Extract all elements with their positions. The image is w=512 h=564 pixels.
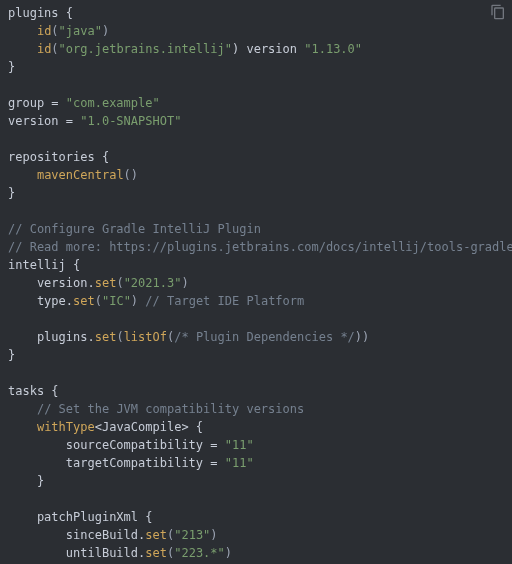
code-token: withType [37, 420, 95, 434]
code-token: id [37, 24, 51, 38]
code-token: set [95, 276, 117, 290]
code-token: "java" [59, 24, 102, 38]
code-token: "213" [174, 528, 210, 542]
code-token [8, 42, 37, 56]
code-token: } [8, 186, 15, 200]
code-token: set [95, 330, 117, 344]
code-token: set [73, 294, 95, 308]
code-token: // Set the JVM compatibility versions [37, 402, 304, 416]
code-token: ( [116, 330, 123, 344]
code-token [8, 402, 37, 416]
code-token: id [37, 42, 51, 56]
code-token: "com.example" [66, 96, 160, 110]
code-token: sourceCompatibility = [8, 438, 225, 452]
code-token: () [124, 168, 138, 182]
code-token: "2021.3" [124, 276, 182, 290]
code-token: ( [51, 24, 58, 38]
code-token: // Target IDE Platform [145, 294, 304, 308]
code-token: /* Plugin Dependencies */ [174, 330, 355, 344]
code-token: type. [8, 294, 73, 308]
code-token: )) [355, 330, 369, 344]
code-token: plugins. [8, 330, 95, 344]
code-token: } [8, 474, 44, 488]
code-token: "223.*" [174, 546, 225, 560]
code-token: "11" [225, 456, 254, 470]
code-token: ( [95, 294, 102, 308]
code-token: ) [102, 24, 109, 38]
code-token: ( [51, 42, 58, 56]
code-token: patchPluginXml { [8, 510, 153, 524]
code-token: version. [8, 276, 95, 290]
code-token: targetCompatibility = [8, 456, 225, 470]
code-token: plugins { [8, 6, 73, 20]
code-token: intellij { [8, 258, 80, 272]
code-token [8, 24, 37, 38]
code-token: "11" [225, 438, 254, 452]
code-token: ( [116, 276, 123, 290]
code-token: ) version [232, 42, 304, 56]
code-token: } [8, 348, 15, 362]
code-token: "1.0-SNAPSHOT" [80, 114, 181, 128]
code-token: version = [8, 114, 80, 128]
code-token: } [8, 60, 15, 74]
code-token: "org.jetbrains.intellij" [59, 42, 232, 56]
code-token [8, 168, 37, 182]
code-token: set [145, 546, 167, 560]
code-token: untilBuild. [8, 546, 145, 560]
code-token: sinceBuild. [8, 528, 145, 542]
code-token: "IC" [102, 294, 131, 308]
code-token: group = [8, 96, 66, 110]
code-token: // Read more: https://plugins.jetbrains.… [8, 240, 512, 254]
code-token: "1.13.0" [304, 42, 362, 56]
code-token: mavenCentral [37, 168, 124, 182]
code-token: listOf [124, 330, 167, 344]
code-token: tasks { [8, 384, 59, 398]
code-token: <JavaCompile> { [95, 420, 203, 434]
code-token: // Configure Gradle IntelliJ Plugin [8, 222, 261, 236]
code-token: ) [181, 276, 188, 290]
code-token: set [145, 528, 167, 542]
code-token [8, 420, 37, 434]
copy-icon[interactable] [490, 4, 506, 20]
code-block: plugins { id("java") id("org.jetbrains.i… [8, 4, 512, 562]
code-token: ) [131, 294, 145, 308]
code-token: ) [225, 546, 232, 560]
code-token: repositories { [8, 150, 109, 164]
code-token: ) [210, 528, 217, 542]
